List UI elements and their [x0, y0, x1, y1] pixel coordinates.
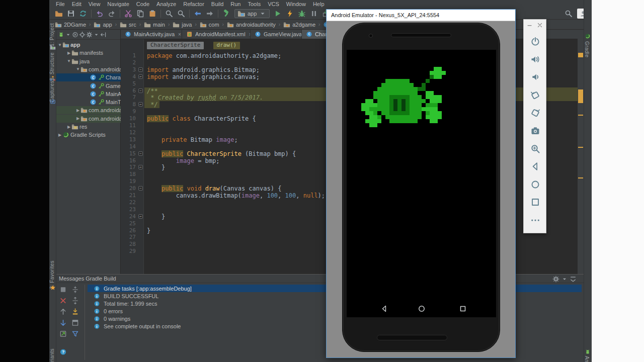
menu-vcs[interactable]: VCS — [264, 1, 283, 8]
phone-screen[interactable] — [347, 50, 496, 317]
search-button[interactable] — [562, 8, 575, 19]
warning-stripe-mark[interactable] — [578, 147, 583, 148]
redo-button[interactable] — [106, 8, 118, 19]
filter-icon[interactable] — [71, 330, 79, 337]
close-x-icon[interactable] — [536, 22, 543, 29]
tree-open-arrow-icon[interactable]: ▼ — [66, 59, 71, 63]
fold-marker-icon[interactable]: − — [138, 67, 143, 72]
tree-item-com-androidauthority-a2dgame[interactable]: ▶com.androidauthority.a2dgame — [56, 115, 121, 123]
tool-window-button-android[interactable]: Android — [584, 356, 591, 362]
instant-run-button[interactable] — [284, 8, 296, 19]
editor-crumb-chip[interactable]: draw() — [213, 42, 240, 49]
editor-crumb-chip[interactable]: CharacterSprite — [147, 42, 204, 49]
tree-item-java[interactable]: ▼java — [56, 57, 121, 65]
breadcrumb-item[interactable]: androidauthority — [225, 21, 277, 28]
hammer-button[interactable] — [220, 8, 232, 19]
arrow-up-icon[interactable] — [59, 308, 67, 315]
tree-closed-arrow-icon[interactable]: ▶ — [75, 116, 80, 121]
tree-item-manifests[interactable]: ▶manifests — [56, 49, 121, 57]
tree-item-gameview[interactable]: CGameView — [56, 82, 121, 90]
emulator-back-tri-button[interactable] — [530, 161, 541, 172]
warning-stripe-mark[interactable] — [578, 177, 583, 178]
emulator-rotate-left-button[interactable] — [530, 89, 541, 101]
nav-overview-square-button[interactable] — [459, 305, 467, 313]
undo-button[interactable] — [94, 8, 106, 19]
help-icon[interactable]: ? — [59, 348, 67, 355]
menu-refactor[interactable]: Refactor — [180, 1, 208, 8]
fold-marker-icon[interactable]: − — [138, 88, 143, 93]
tree-item-app[interactable]: ▼app — [56, 41, 121, 49]
tree-closed-arrow-icon[interactable]: ▶ — [66, 125, 71, 129]
export-console-icon[interactable] — [59, 330, 67, 337]
debug-button[interactable] — [296, 8, 308, 19]
tree-closed-arrow-icon[interactable]: ▶ — [66, 51, 71, 55]
fold-end-marker-icon[interactable]: ⌐ — [138, 214, 143, 219]
tab-mainactivity-java[interactable]: CMainActivity.java× — [121, 30, 182, 39]
cut-button[interactable] — [122, 8, 134, 19]
tab-gameview-java[interactable]: CGameView.java× — [251, 30, 302, 39]
tree-item-com-androidauthority-a2dgame[interactable]: ▼com.androidauthority.a2dgame — [56, 65, 121, 73]
copy-button[interactable] — [134, 8, 146, 19]
breadcrumb-item[interactable]: app — [92, 21, 113, 28]
scroll-end-icon[interactable] — [71, 308, 79, 315]
fold-marker-icon[interactable]: − — [138, 186, 143, 191]
emulator-zoom-button[interactable] — [530, 143, 541, 154]
breadcrumb-item[interactable]: a2dgame — [282, 21, 317, 28]
square-soft-icon[interactable] — [59, 286, 67, 293]
crosshair-icon[interactable] — [79, 31, 86, 38]
emulator-camera-button[interactable] — [530, 125, 541, 136]
nav-forward-button[interactable] — [204, 8, 216, 19]
menu-code[interactable]: Code — [133, 1, 153, 8]
menu-run[interactable]: Run — [227, 1, 244, 8]
breadcrumb-item[interactable]: java — [171, 21, 193, 28]
warning-stripe-mark[interactable] — [578, 53, 583, 57]
gear-icon[interactable] — [552, 276, 559, 283]
fold-end-marker-icon[interactable]: ⌐ — [138, 165, 143, 169]
tool-window-button-build-variants[interactable]: Build Variants — [49, 348, 56, 361]
paste-button[interactable] — [146, 8, 158, 19]
expand-all-icon[interactable] — [71, 286, 79, 293]
menu-file[interactable]: File — [52, 1, 68, 8]
emulator-power-button[interactable] — [530, 36, 541, 47]
minimize-icon[interactable] — [526, 22, 533, 29]
breadcrumb-item[interactable]: src — [118, 21, 138, 28]
breadcrumb-item[interactable]: main — [142, 21, 167, 28]
emulator-overview-square-button[interactable] — [530, 197, 541, 208]
emulator-volume-down-button[interactable] — [530, 71, 541, 82]
arrow-down-blue-icon[interactable] — [59, 319, 67, 326]
menu-edit[interactable]: Edit — [68, 1, 85, 8]
fold-end-marker-icon[interactable]: ⌐ — [138, 102, 143, 107]
menu-analyze[interactable]: Analyze — [153, 1, 180, 8]
warning-stripe-mark[interactable] — [578, 115, 583, 116]
collapse-panel-icon[interactable] — [100, 31, 107, 38]
tree-item-com-androidauthority-a2dgame[interactable]: ▶com.androidauthority.a2dgame — [56, 106, 121, 114]
nav-back-tri-button[interactable] — [380, 305, 388, 313]
menu-tools[interactable]: Tools — [244, 1, 264, 8]
caret-down-icon[interactable] — [561, 276, 568, 283]
menu-window[interactable]: Window — [283, 1, 309, 8]
emulator-more-dots-button[interactable] — [530, 215, 541, 226]
save-button[interactable] — [65, 8, 77, 19]
android-robot-icon[interactable] — [58, 31, 64, 38]
nav-back-button[interactable] — [192, 8, 204, 19]
tree-closed-arrow-icon[interactable]: ▶ — [57, 133, 62, 137]
warning-stripe-mark[interactable] — [578, 89, 583, 103]
nav-home-circle-button[interactable] — [418, 305, 426, 313]
folder-open-button[interactable] — [53, 8, 65, 19]
emulator-rotate-right-button[interactable] — [530, 107, 541, 118]
menu-help[interactable]: Help — [309, 1, 328, 8]
fold-marker-icon[interactable]: − — [138, 151, 143, 156]
attach-debugger-button[interactable] — [308, 8, 320, 19]
breadcrumb-item[interactable]: 2DGame — [53, 21, 88, 28]
run-configuration-select[interactable]: app — [234, 9, 270, 18]
emulator-home-circle-button[interactable] — [530, 179, 541, 190]
tree-open-arrow-icon[interactable]: ▼ — [57, 43, 62, 47]
hide-panel-icon[interactable] — [570, 276, 577, 283]
find-button[interactable] — [175, 8, 187, 19]
run-button[interactable] — [272, 8, 284, 19]
circle-cross-icon[interactable] — [72, 31, 78, 38]
tree-item-charactersprite[interactable]: CCharacterSprite — [56, 73, 121, 81]
menu-view[interactable]: View — [85, 1, 104, 8]
close-red-icon[interactable] — [59, 297, 67, 304]
tree-item-res[interactable]: ▶res — [56, 123, 121, 131]
